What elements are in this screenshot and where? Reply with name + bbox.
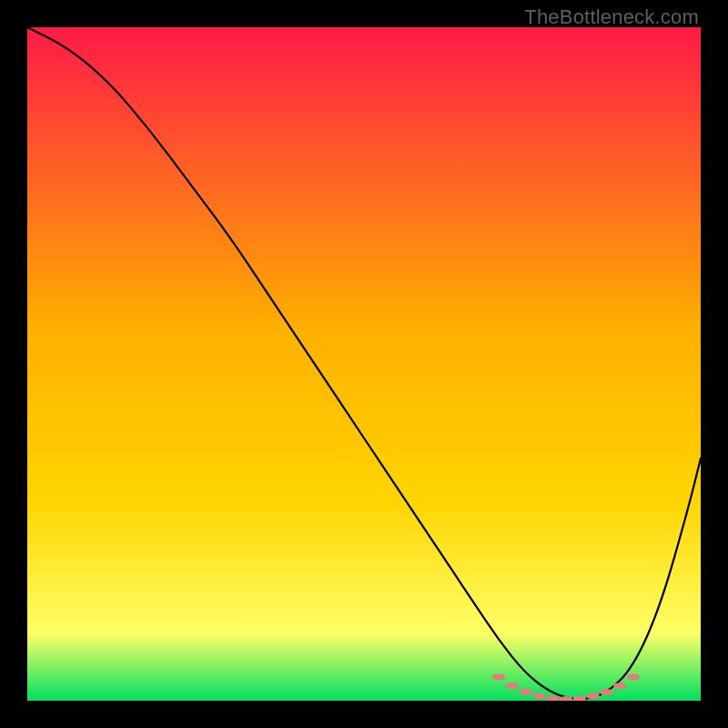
optimal-marker-dot <box>536 693 542 699</box>
optimal-marker-dot <box>617 682 623 689</box>
optimal-marker-dot <box>496 674 502 681</box>
optimal-marker-dot <box>631 674 637 681</box>
watermark-text: TheBottleneck.com <box>524 5 699 29</box>
optimal-marker-dot <box>603 689 610 695</box>
optimal-marker-dot <box>522 689 529 695</box>
optimal-marker-dot <box>590 693 596 699</box>
chart-frame <box>27 27 701 701</box>
bottleneck-chart <box>27 27 701 701</box>
optimal-marker-dot <box>509 682 515 689</box>
gradient-background <box>27 27 701 701</box>
